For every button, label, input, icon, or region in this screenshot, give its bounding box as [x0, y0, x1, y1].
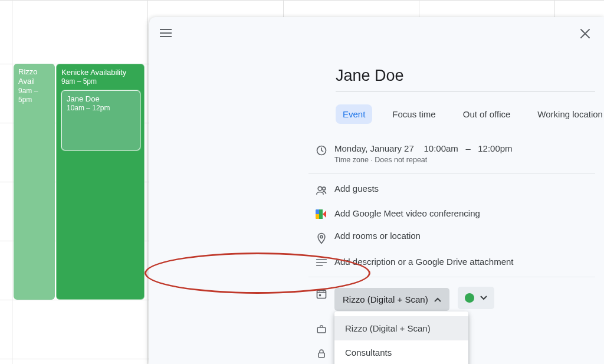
- svg-rect-6: [317, 327, 326, 333]
- svg-point-3: [320, 235, 323, 238]
- event-time: 9am – 5pm: [18, 87, 50, 104]
- clock-icon: [308, 143, 334, 156]
- row-guests[interactable]: Add guests: [308, 178, 595, 202]
- dropdown-option-rizzo[interactable]: Rizzo (Digital + Scan): [334, 316, 468, 340]
- google-meet-icon: [308, 208, 334, 219]
- event-start-time[interactable]: 10:00am: [424, 143, 458, 153]
- event-end-time[interactable]: 12:00pm: [478, 143, 512, 153]
- svg-rect-7: [319, 353, 325, 358]
- color-dot: [465, 293, 474, 303]
- description-icon: [308, 257, 334, 267]
- caret-down-icon: [480, 296, 487, 300]
- caret-up-icon: [434, 297, 441, 302]
- tab-working-location[interactable]: Working location NEW: [530, 104, 604, 124]
- event-title: Kenicke Availability: [61, 68, 139, 77]
- add-meet-label[interactable]: Add Google Meet video conferencing: [334, 208, 595, 218]
- lock-icon: [308, 346, 334, 359]
- event-jane-doe[interactable]: Jane Doe 10am – 12pm: [61, 90, 140, 150]
- close-icon[interactable]: [579, 28, 591, 40]
- svg-rect-5: [319, 294, 321, 296]
- briefcase-icon: [308, 323, 334, 335]
- calendar-event-icon: [308, 287, 334, 300]
- row-datetime[interactable]: Monday, January 27 10:00am – 12:00pm Tim…: [308, 137, 595, 170]
- tab-out-of-office[interactable]: Out of office: [456, 104, 518, 124]
- calendar-select-value: Rizzo (Digital + Scan): [343, 294, 428, 304]
- add-location-label[interactable]: Add rooms or location: [334, 231, 595, 241]
- location-pin-icon: [308, 231, 334, 245]
- row-location[interactable]: Add rooms or location: [308, 225, 595, 251]
- event-type-tabs: Event Focus time Out of office Working l…: [336, 104, 604, 124]
- event-title: Jane Doe: [67, 94, 135, 104]
- event-time: 9am – 5pm: [61, 77, 139, 86]
- svg-point-2: [323, 187, 326, 190]
- add-guests-label[interactable]: Add guests: [334, 183, 595, 194]
- event-time: 10am – 12pm: [67, 104, 135, 113]
- row-meet[interactable]: Add Google Meet video conferencing: [308, 202, 595, 225]
- dropdown-option-consultants[interactable]: Consultants: [334, 340, 468, 364]
- svg-point-1: [318, 186, 322, 191]
- tab-event[interactable]: Event: [336, 104, 372, 124]
- event-create-panel: Event Focus time Out of office Working l…: [149, 17, 604, 364]
- tab-focus-time[interactable]: Focus time: [385, 104, 442, 124]
- svg-rect-4: [317, 290, 326, 298]
- timezone-recurrence-sub[interactable]: Time zone · Does not repeat: [334, 156, 595, 164]
- event-date[interactable]: Monday, January 27: [334, 143, 414, 153]
- drag-handle-icon[interactable]: [160, 29, 172, 37]
- add-description-label[interactable]: Add description or a Google Drive attach…: [334, 257, 595, 267]
- event-rizzo-availability[interactable]: Rizzo Avail 9am – 5pm: [14, 64, 55, 300]
- calendar-select[interactable]: Rizzo (Digital + Scan): [334, 288, 449, 311]
- calendar-select-dropdown: Rizzo (Digital + Scan) Consultants Kenic…: [334, 311, 468, 364]
- event-color-select[interactable]: [458, 287, 494, 309]
- row-calendar: Rizzo (Digital + Scan) Rizzo (Digital + …: [308, 281, 595, 317]
- row-description[interactable]: Add description or a Google Drive attach…: [308, 251, 595, 273]
- event-title-input[interactable]: [336, 64, 595, 91]
- event-title: Rizzo Avail: [18, 67, 50, 87]
- people-icon: [308, 183, 334, 196]
